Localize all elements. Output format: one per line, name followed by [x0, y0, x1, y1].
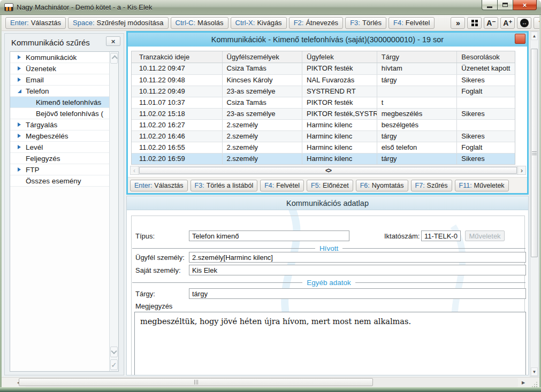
toolbar-icon-buttons: »A⁻A⁺↔?: [451, 17, 541, 29]
minimize-button[interactable]: [482, 0, 498, 10]
close-button[interactable]: ×: [513, 0, 537, 10]
expand-arrow-icon[interactable]: [16, 166, 23, 173]
column-header-targy[interactable]: Tárgy: [377, 51, 458, 63]
column-header-ugyfelek[interactable]: Ügyfelek: [302, 51, 377, 63]
table-row[interactable]: 11.01.07 10:37Csiza TamásPIKTOR festékt: [132, 97, 515, 108]
tree-item-kimeno-telefonhivas[interactable]: Kimenő telefonhívás: [10, 97, 109, 108]
command-button-f4-felvetel[interactable]: F4:Felvétel: [260, 180, 304, 191]
tree-item-uzenetek[interactable]: Üzenetek: [10, 63, 109, 74]
vscroll-thumb[interactable]: [531, 49, 538, 257]
more-commands-button[interactable]: »: [451, 17, 465, 29]
toolbar-button-f2-atnevezes[interactable]: F2:Átnevezés: [289, 17, 344, 29]
command-button-f7-szures[interactable]: F7:Szűrés: [411, 180, 452, 191]
expand-arrow-icon[interactable]: [16, 143, 23, 151]
table-row[interactable]: 11.02.20 16:272.személyHarminc kilencbes…: [132, 119, 515, 130]
arrow-right-icon: ▶: [522, 380, 525, 385]
tree-item-megbeszeles[interactable]: Megbeszélés: [10, 130, 109, 142]
sync-button[interactable]: ↔: [517, 17, 531, 29]
font-increase-icon: A⁺: [503, 19, 513, 27]
font-increase-button[interactable]: A⁺: [500, 17, 515, 29]
command-button-f6-nyomtatas[interactable]: F6:Nyomtatás: [356, 180, 408, 191]
table-cell: Kincses Károly: [223, 75, 303, 86]
table-cell: NAL Fuvarozás: [302, 75, 377, 86]
ugyfel-szemely-field[interactable]: [189, 252, 526, 263]
expand-arrow-icon[interactable]: [16, 121, 23, 128]
toolbar-button-f4-felvetel[interactable]: F4:Felvétel: [388, 17, 435, 29]
tipus-field[interactable]: [189, 230, 349, 241]
bottom-scrollbar[interactable]: ◀ ▶: [2, 377, 539, 387]
iktatoszam-field[interactable]: [421, 230, 461, 241]
table-row[interactable]: 11.02.20 16:462.személyHarminc kilenctár…: [132, 130, 515, 142]
table-row[interactable]: 11.02.02 15:1823-as személyePIKTOR festé…: [132, 108, 515, 119]
scroll-down-button[interactable]: [110, 347, 118, 357]
hscroll-thumb[interactable]: [19, 378, 373, 386]
table-row[interactable]: 10.11.22 09:4923-as személyeSYSTREND RTF…: [132, 86, 515, 97]
tree-item-kommunikaciok[interactable]: Kommunikációk: [10, 52, 109, 63]
toolbar-button-enter-valasztas[interactable]: Enter:Választás: [5, 17, 66, 29]
window-titlebar[interactable]: Nagy Machinátor - Demó kötet - a - Kis E…: [0, 0, 541, 15]
scroll-up-button[interactable]: [110, 53, 118, 64]
column-header-tranzakcio-ideje[interactable]: Tranzakció ideje: [132, 51, 223, 63]
hscroll-track[interactable]: <>: [139, 166, 517, 175]
expand-arrow-icon[interactable]: [16, 65, 23, 72]
toolbar-button-ctrl-x-kivagas[interactable]: Ctrl-X:Kivágás: [231, 17, 287, 29]
table-row[interactable]: 10.11.22 09:47Csiza TamásPIKTOR festékhí…: [132, 63, 515, 74]
collapse-arrow-icon[interactable]: [16, 87, 23, 95]
table-cell: tárgy: [377, 75, 458, 86]
toolbar-button-f3-torles[interactable]: F3:Törlés: [345, 17, 386, 29]
tree-item-telefon[interactable]: Telefon: [10, 86, 109, 97]
tipus-label: Típus:: [135, 232, 155, 240]
expand-arrow-icon[interactable]: [16, 53, 23, 61]
shortcut-key: Ctrl-X:: [235, 19, 255, 27]
tree-item-label: Levél: [26, 143, 43, 151]
sidebar-close-button[interactable]: ×: [106, 36, 120, 46]
tree-item-feljegyzes[interactable]: Feljegyzés: [10, 153, 109, 164]
table-hscrollbar: ‹ <> ›: [130, 166, 526, 175]
scroll-right-button[interactable]: ›: [517, 166, 526, 175]
tree-item-level[interactable]: Levél: [10, 142, 109, 153]
tree-item-osszes-esemeny[interactable]: Összes esemény: [10, 175, 109, 187]
scroll-left-button[interactable]: ‹: [130, 166, 139, 175]
column-header-ugyfelszemelyek[interactable]: Ügyfélszemélyek: [223, 51, 303, 63]
maximize-button[interactable]: [498, 0, 513, 10]
command-button-enter-valasztas[interactable]: Enter:Választás: [130, 180, 188, 191]
targy-field[interactable]: [189, 288, 526, 299]
muveletek-button[interactable]: Műveletek: [465, 230, 505, 241]
tiles-button[interactable]: [467, 17, 482, 29]
tree-item-ftp[interactable]: FTP: [10, 164, 109, 175]
sajat-szemely-field[interactable]: [189, 265, 526, 275]
command-button-f11-muveletek[interactable]: F11:Műveletek: [455, 180, 509, 191]
panel-close-button[interactable]: [515, 34, 525, 44]
datasheet-panel: Kommunikációs adatlap Típus: Iktatószám:…: [126, 196, 529, 375]
expand-arrow-icon[interactable]: [16, 132, 23, 140]
command-button-f3-torles-a-listabol[interactable]: F3:Törlés a listából: [191, 180, 258, 191]
megjegyzes-textarea[interactable]: megbeszéltük, hogy jövé héten újra hívom…: [134, 312, 526, 375]
tree-item-email[interactable]: Email: [10, 74, 109, 86]
column-header-besorolasok[interactable]: Besorolások: [457, 51, 515, 63]
table-cell: megbeszélés: [377, 109, 458, 119]
right-scrollbar[interactable]: ▲ ▼: [530, 31, 539, 376]
no-icon: [16, 155, 23, 162]
table-cell: tárgy: [377, 153, 458, 164]
table-row[interactable]: 11.02.20 16:552.személyHarminc kilencels…: [132, 142, 515, 153]
resize-grip[interactable]: [531, 381, 537, 387]
expand-arrow-icon[interactable]: [16, 76, 23, 83]
button-label: Másolás: [197, 19, 223, 27]
hscroll-thumb[interactable]: <>: [139, 167, 517, 174]
font-decrease-button[interactable]: A⁻: [484, 17, 498, 29]
arrow-up-icon: ▲: [532, 34, 537, 39]
scroll-right-button[interactable]: ▶: [519, 379, 528, 387]
command-button-f5-elonezet[interactable]: F5:Előnézet: [307, 180, 353, 191]
toolbar-button-ctrl-c-masolas[interactable]: Ctrl-C:Másolás: [171, 17, 228, 29]
tree-item-targyalas[interactable]: Tárgyalás: [10, 119, 109, 130]
scroll-down-button[interactable]: ▼: [531, 367, 538, 376]
datasheet-body: Típus: Iktatószám: Műveletek Hívott Ügyf…: [127, 210, 528, 375]
tree-item-bejovo-telefonhivas[interactable]: Bejövő telefonhívás (: [10, 108, 109, 119]
scroll-up-button[interactable]: ▲: [531, 32, 538, 40]
apply-filter-button[interactable]: ✓: [110, 359, 118, 370]
toolbar-button-space-szuresfej-modositasa[interactable]: Space:Szűrésfej módosítása: [68, 17, 169, 29]
table-row[interactable]: 11.02.20 16:592.személyHarminc kilenctár…: [132, 153, 515, 164]
table-cell: 2.személy: [223, 120, 303, 130]
tree-scrollbar[interactable]: ✓: [109, 52, 118, 371]
table-row[interactable]: 10.11.22 09:48Kincses KárolyNAL Fuvarozá…: [132, 74, 515, 86]
